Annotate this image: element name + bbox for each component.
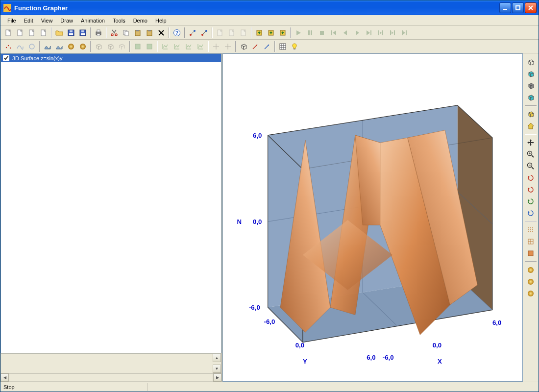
svg-rect-25 <box>136 30 139 31</box>
green-a-icon <box>132 41 144 52</box>
paste-icon[interactable] <box>132 27 144 39</box>
svg-marker-74 <box>97 45 98 49</box>
svg-point-71 <box>68 44 74 49</box>
shaded-icon[interactable] <box>53 41 65 52</box>
plot-a-icon <box>214 27 226 39</box>
export-b-icon[interactable] <box>265 27 277 39</box>
svg-point-68 <box>8 45 9 46</box>
open-folder-icon[interactable] <box>53 27 65 39</box>
title-bar: Function Grapher <box>0 0 539 15</box>
open-template-icon[interactable] <box>26 27 38 39</box>
menu-animation[interactable]: Animation <box>77 16 109 25</box>
svg-point-169 <box>528 279 534 285</box>
trace-icon[interactable] <box>187 27 198 39</box>
scrollbar-horizontal[interactable]: ◀ ▶ <box>0 373 221 382</box>
export-c-icon[interactable] <box>277 27 289 39</box>
scatter-icon[interactable] <box>2 41 14 52</box>
scroll-down-icon[interactable]: ▼ <box>213 365 221 373</box>
new2-icon[interactable] <box>14 27 26 39</box>
area-icon[interactable] <box>42 41 53 52</box>
svg-marker-39 <box>232 30 234 31</box>
svg-marker-73 <box>97 44 101 47</box>
svg-marker-76 <box>108 44 113 47</box>
mesh-wire-icon[interactable] <box>525 236 537 247</box>
trace2-icon[interactable] <box>198 27 210 39</box>
function-item[interactable]: 3D Surface z=sin(x)y <box>1 54 221 62</box>
vector-blue-icon[interactable] <box>261 41 273 52</box>
svg-marker-41 <box>244 30 245 31</box>
new-icon[interactable] <box>2 27 14 39</box>
delete-icon[interactable] <box>155 27 167 39</box>
template-icon[interactable] <box>38 27 49 39</box>
save-icon[interactable] <box>65 27 77 39</box>
menu-tools[interactable]: Tools <box>109 16 129 25</box>
minimize-button[interactable] <box>499 2 511 13</box>
svg-rect-12 <box>69 33 73 35</box>
paste-special-icon[interactable] <box>144 27 155 39</box>
close-button[interactable] <box>525 2 537 13</box>
help-icon[interactable]: ? <box>171 27 183 39</box>
svg-marker-56 <box>367 30 370 35</box>
copy-icon[interactable] <box>120 27 132 39</box>
cube-solid-icon[interactable] <box>525 80 537 92</box>
cut-icon[interactable] <box>108 27 120 39</box>
ball-a-icon[interactable] <box>525 264 537 276</box>
status-text: Stop <box>0 383 147 391</box>
save-as-icon[interactable] <box>77 27 89 39</box>
cube-yellow-icon[interactable] <box>525 108 537 120</box>
scroll-up-icon[interactable]: ▲ <box>213 354 221 362</box>
cube-wire-icon[interactable] <box>525 56 537 68</box>
scroll-left-icon[interactable]: ◀ <box>0 373 9 382</box>
table-icon[interactable] <box>277 41 289 52</box>
svg-marker-37 <box>220 30 222 31</box>
function-checkbox[interactable] <box>3 55 9 61</box>
svg-marker-79 <box>120 44 124 47</box>
menu-draw[interactable]: Draw <box>56 16 77 25</box>
house-icon[interactable] <box>525 120 537 132</box>
svg-marker-139 <box>531 97 534 100</box>
zoom-out-icon[interactable] <box>525 160 537 172</box>
plot-3d-surface: 6,0 0,0 -6,0 N -6,0 0,0 6,0 Y -6,0 0,0 6… <box>223 54 522 381</box>
cube-wire-cyan-icon[interactable] <box>525 68 537 80</box>
box-a-icon <box>93 41 104 52</box>
menu-file[interactable]: File <box>3 16 20 25</box>
svg-marker-53 <box>333 30 336 35</box>
print-icon[interactable] <box>93 27 104 39</box>
function-list[interactable]: 3D Surface z=sin(x)y <box>0 53 221 353</box>
plot-viewport[interactable]: 6,0 0,0 -6,0 N -6,0 0,0 6,0 Y -6,0 0,0 6… <box>222 53 523 382</box>
mesh-fill-icon[interactable] <box>525 247 537 259</box>
ball-c-icon[interactable] <box>525 288 537 299</box>
maximize-button[interactable] <box>512 2 524 13</box>
sphere-b-icon[interactable] <box>77 41 89 52</box>
mesh-points-icon[interactable] <box>525 224 537 236</box>
menu-bar: File Edit View Draw Animation Tools Demo… <box>0 15 539 26</box>
ball-b-icon[interactable] <box>525 276 537 288</box>
sphere-a-icon[interactable] <box>65 41 77 52</box>
export-a-icon[interactable] <box>253 27 265 39</box>
bulb-icon[interactable] <box>289 41 300 52</box>
svg-marker-66 <box>403 31 405 34</box>
rotate-x-icon[interactable] <box>525 184 537 196</box>
rotate-icon[interactable] <box>525 172 537 184</box>
cube-cyan-icon[interactable] <box>525 92 537 103</box>
svg-rect-13 <box>70 30 73 32</box>
svg-marker-98 <box>242 45 244 49</box>
zoom-in-icon[interactable] <box>525 148 537 160</box>
svg-point-20 <box>111 34 113 36</box>
scrollbar-vertical[interactable]: ▲ ▼ <box>213 354 221 373</box>
rotate-z-icon[interactable] <box>525 207 537 219</box>
menu-edit[interactable]: Edit <box>20 16 37 25</box>
move-icon[interactable] <box>525 137 537 148</box>
svg-marker-152 <box>528 188 530 190</box>
svg-rect-51 <box>320 31 324 35</box>
scroll-right-icon[interactable]: ▶ <box>213 373 221 382</box>
svg-marker-133 <box>531 73 534 77</box>
cube-tool-icon[interactable] <box>238 41 249 52</box>
menu-help[interactable]: Help <box>151 16 171 25</box>
svg-rect-83 <box>135 44 140 49</box>
svg-rect-27 <box>148 30 151 31</box>
vector-red-icon[interactable] <box>249 41 261 52</box>
menu-view[interactable]: View <box>37 16 57 25</box>
menu-demo[interactable]: Demo <box>129 16 151 25</box>
rotate-y-icon[interactable] <box>525 196 537 207</box>
